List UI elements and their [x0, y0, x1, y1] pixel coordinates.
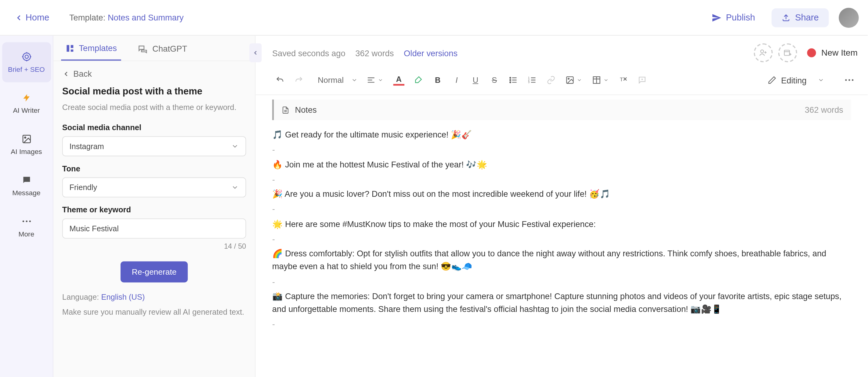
table-icon: [592, 76, 601, 85]
language-line: Language: English (US): [62, 293, 246, 301]
text-style-label: Normal: [318, 76, 344, 85]
clear-format-button[interactable]: T: [616, 72, 631, 88]
dots-icon: [844, 79, 854, 82]
more-button[interactable]: [841, 75, 858, 85]
keyword-input-wrapper: [62, 219, 246, 239]
topbar: Home Template: Notes and Summary Publish…: [0, 0, 868, 35]
redo-button[interactable]: [291, 72, 307, 88]
svg-point-49: [852, 79, 854, 81]
underline-button[interactable]: U: [468, 72, 483, 88]
panel-tabs: Templates ChatGPT: [54, 35, 255, 61]
rail-label: Brief + SEO: [8, 66, 45, 73]
italic-button[interactable]: I: [449, 72, 465, 88]
back-link[interactable]: Back: [62, 69, 246, 79]
svg-rect-18: [784, 50, 789, 55]
bullet-list-icon: [509, 76, 518, 85]
language-link[interactable]: English (US): [101, 293, 145, 301]
new-item-status[interactable]: New Item: [807, 48, 858, 58]
notes-section-header[interactable]: Notes 362 words: [272, 99, 851, 120]
content-area[interactable]: 🎵 Get ready for the ultimate music exper…: [255, 120, 868, 340]
image-button[interactable]: [562, 72, 585, 88]
chevron-down-icon: [231, 142, 239, 150]
tab-templates[interactable]: Templates: [61, 35, 121, 60]
clear-format-icon: T: [619, 76, 627, 85]
content-line: 🔥 Join me at the hottest Music Festival …: [272, 157, 851, 171]
bold-button[interactable]: B: [430, 72, 445, 88]
add-date-placeholder[interactable]: [778, 44, 797, 62]
editing-mode-select[interactable]: Editing: [763, 72, 833, 88]
channel-label: Social media channel: [62, 123, 246, 132]
chevron-left-icon: [252, 50, 259, 56]
keyword-input[interactable]: [70, 224, 239, 233]
text-style-select[interactable]: Normal: [316, 72, 360, 88]
rail-ai-writer[interactable]: AI Writer: [2, 83, 51, 123]
publish-label: Publish: [726, 12, 755, 23]
add-user-placeholder[interactable]: [753, 44, 772, 62]
word-count: 362 words: [355, 48, 394, 57]
svg-point-9: [22, 221, 24, 222]
table-button[interactable]: [589, 72, 612, 88]
comment-button[interactable]: [634, 72, 650, 88]
rail-label: AI Writer: [13, 107, 40, 114]
char-count: 14 / 50: [62, 242, 246, 250]
chevron-down-icon: [818, 77, 824, 83]
tab-chatgpt[interactable]: ChatGPT: [133, 35, 191, 60]
bullet-list-button[interactable]: [505, 72, 521, 88]
chevron-down-icon: [577, 77, 582, 83]
svg-rect-14: [71, 49, 73, 51]
chat-icon: [21, 175, 31, 185]
publish-button[interactable]: Publish: [704, 8, 763, 27]
align-button[interactable]: [363, 72, 386, 88]
chevron-down-icon: [351, 77, 358, 83]
content-separator: -: [272, 203, 851, 215]
undo-button[interactable]: [272, 72, 288, 88]
older-versions-link[interactable]: Older versions: [404, 48, 458, 57]
strike-icon: S: [492, 76, 497, 85]
notes-word-count: 362 words: [805, 105, 843, 115]
notes-label: Notes: [295, 105, 316, 115]
highlight-button[interactable]: [411, 72, 427, 88]
tone-value: Friendly: [70, 183, 97, 192]
document-icon: [282, 106, 289, 114]
svg-point-10: [26, 221, 27, 222]
highlight-icon: [414, 76, 423, 85]
channel-select[interactable]: Instagram: [62, 136, 246, 156]
template-name[interactable]: Notes and Summary: [108, 13, 184, 22]
toolbar: Normal A B I U S 123 T Editing: [255, 68, 868, 95]
svg-point-48: [848, 79, 850, 81]
collapse-panel-button[interactable]: [249, 44, 261, 62]
send-icon: [711, 12, 721, 23]
numbered-list-button[interactable]: 123: [524, 72, 540, 88]
svg-point-11: [29, 221, 31, 222]
rail-message[interactable]: Message: [2, 166, 51, 206]
content-line: 📸 Capture the memories: Don't forget to …: [272, 290, 851, 316]
language-prefix: Language:: [62, 293, 101, 301]
link-icon: [547, 76, 555, 85]
tone-select[interactable]: Friendly: [62, 177, 246, 198]
share-button[interactable]: Share: [772, 8, 829, 27]
text-color-button[interactable]: A: [390, 71, 408, 89]
align-left-icon: [367, 76, 375, 85]
image-icon: [21, 134, 31, 144]
link-button[interactable]: [543, 72, 559, 88]
rail-brief-seo[interactable]: Brief + SEO: [2, 42, 51, 82]
user-plus-icon: [758, 48, 767, 57]
svg-rect-12: [66, 45, 69, 52]
rail-ai-images[interactable]: AI Images: [2, 125, 51, 165]
back-label: Back: [73, 69, 92, 79]
review-note: Make sure you manually review all AI gen…: [62, 307, 246, 318]
home-link[interactable]: Home: [9, 9, 55, 26]
rail-label: Message: [12, 189, 40, 197]
template-prefix: Template:: [69, 13, 108, 22]
svg-point-1: [23, 53, 30, 60]
avatar[interactable]: [839, 8, 859, 28]
strike-button[interactable]: S: [487, 72, 502, 88]
svg-point-2: [25, 55, 28, 58]
channel-value: Instagram: [70, 142, 104, 151]
regenerate-button[interactable]: Re-generate: [121, 262, 188, 283]
undo-icon: [276, 76, 284, 85]
chevron-down-icon: [378, 77, 383, 83]
bold-icon: B: [435, 76, 440, 85]
chat-bubbles-icon: [138, 44, 148, 54]
rail-more[interactable]: More: [2, 207, 51, 247]
